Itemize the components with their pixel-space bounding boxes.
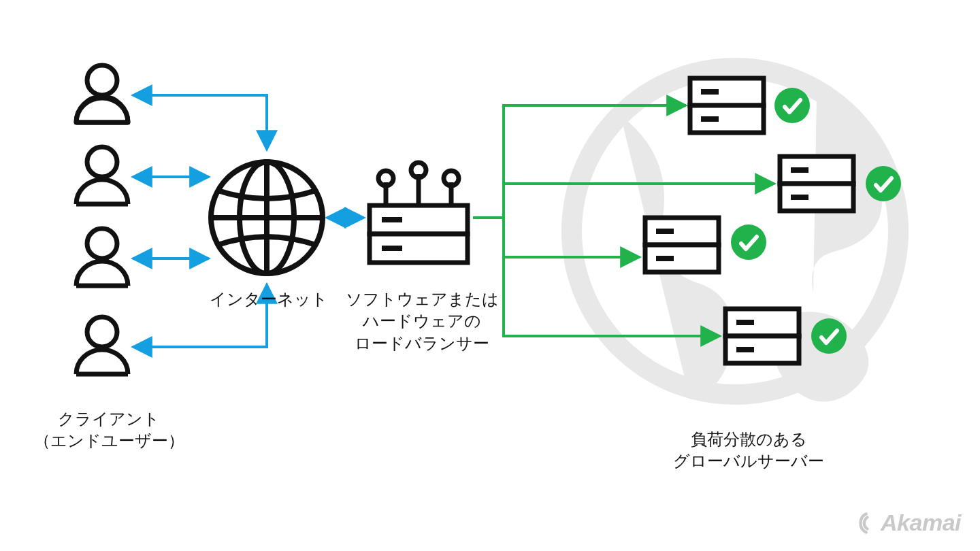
- check-badge-icon: [774, 88, 810, 123]
- person-icon: [76, 317, 128, 374]
- svg-point-1: [87, 65, 117, 95]
- server-icon: [780, 156, 853, 211]
- clients-group: [76, 65, 128, 374]
- svg-point-5: [87, 229, 117, 258]
- edge-client1-internet: [133, 95, 267, 150]
- svg-point-37: [731, 224, 766, 260]
- svg-point-27: [774, 88, 810, 123]
- clients-label: クライアント （エンドユーザー）: [27, 408, 191, 452]
- servers-label: 負荷分散のある グローバルサーバー: [653, 429, 844, 473]
- diagram-stage: クライアント （エンドユーザー） インターネット ソフトウェアまたは ハードウェ…: [0, 0, 980, 551]
- svg-point-16: [411, 163, 426, 178]
- svg-point-32: [866, 166, 901, 201]
- globe-icon: [211, 162, 323, 273]
- server-icon: [690, 78, 764, 133]
- brand-logo: Akamai: [853, 510, 961, 536]
- svg-point-18: [444, 171, 459, 186]
- load-balancer-icon: [370, 163, 468, 263]
- svg-point-7: [87, 317, 117, 347]
- internet-label: インターネット: [204, 288, 333, 310]
- person-icon: [76, 229, 128, 286]
- svg-point-14: [378, 171, 393, 186]
- edge-lb-server2: [473, 184, 774, 218]
- loadbalancer-label: ソフトウェアまたは ハードウェアの ロードバランサー: [340, 288, 504, 354]
- brand-text: Akamai: [881, 510, 961, 536]
- person-icon: [76, 65, 128, 122]
- person-icon: [76, 147, 128, 204]
- svg-point-3: [87, 147, 117, 177]
- svg-point-42: [811, 318, 847, 354]
- check-badge-icon: [811, 318, 847, 354]
- check-badge-icon: [866, 166, 901, 201]
- brand-swoosh-icon: [853, 512, 877, 535]
- server-icon: [645, 218, 719, 272]
- edges-green: [473, 105, 774, 336]
- check-badge-icon: [731, 224, 766, 260]
- server-icon: [725, 309, 799, 363]
- edge-lb-server3: [473, 218, 640, 257]
